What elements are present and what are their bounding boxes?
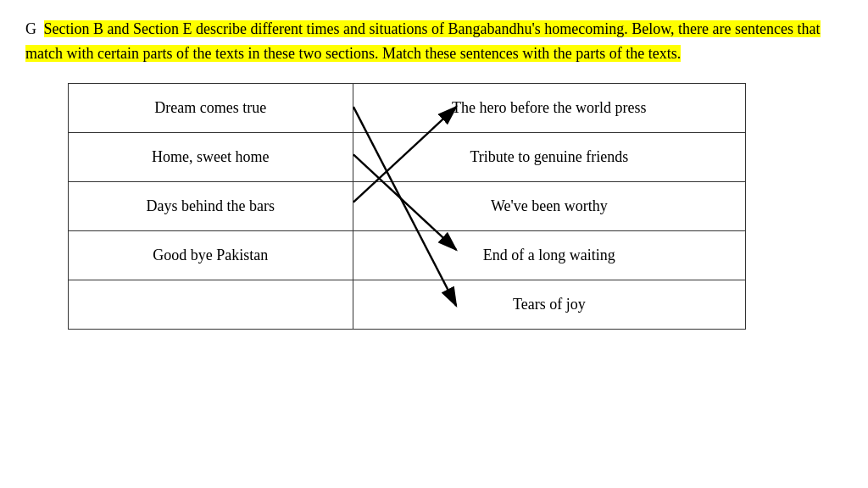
table-row: Dream comes true The hero before the wor… [69, 83, 746, 132]
right-cell-2: Tribute to genuine friends [353, 132, 745, 181]
right-cell-4: End of a long waiting [353, 230, 745, 280]
left-cell-3: Days behind the bars [69, 181, 353, 230]
right-cell-3: We've been worthy [353, 181, 745, 230]
question-text: Section B and Section E describe differe… [25, 20, 821, 62]
table-row: Days behind the bars We've been worthy [69, 181, 746, 230]
matching-table: Dream comes true The hero before the wor… [68, 83, 746, 330]
table-row: Home, sweet home Tribute to genuine frie… [69, 132, 746, 181]
left-cell-5 [69, 280, 353, 329]
right-cell-5: Tears of joy [353, 280, 745, 329]
left-cell-2: Home, sweet home [69, 132, 353, 181]
table-row: Good bye Pakistan End of a long waiting [69, 230, 746, 280]
right-cell-1: The hero before the world press [353, 83, 745, 132]
question-block: G Section B and Section E describe diffe… [25, 17, 843, 66]
table-row: Tears of joy [69, 280, 746, 329]
question-label: G [25, 20, 36, 37]
matching-table-container: Dream comes true The hero before the wor… [68, 83, 746, 330]
left-cell-1: Dream comes true [69, 83, 353, 132]
page: G Section B and Section E describe diffe… [0, 0, 868, 347]
left-cell-4: Good bye Pakistan [69, 230, 353, 280]
